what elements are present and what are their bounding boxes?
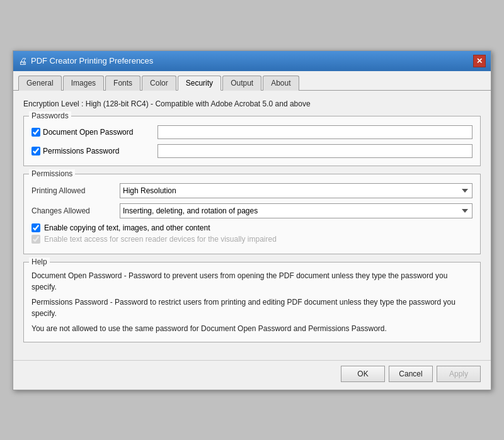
- help-text: Document Open Password - Password to pre…: [32, 270, 472, 334]
- tab-fonts[interactable]: Fonts: [105, 76, 140, 91]
- document-password-checkbox[interactable]: [32, 128, 40, 137]
- changes-allowed-row: Changes Allowed Not Allowed Inserting, d…: [32, 203, 472, 218]
- encryption-level-text: Encryption Level : High (128-bit RC4) - …: [23, 99, 481, 108]
- permissions-password-checkbox-label[interactable]: Permissions Password: [32, 147, 151, 155]
- title-bar: 🖨 PDF Creator Printing Preferences ✕: [13, 51, 491, 71]
- help-group-title: Help: [29, 257, 50, 266]
- document-password-checkbox-label[interactable]: Document Open Password: [32, 128, 151, 137]
- changes-allowed-select[interactable]: Not Allowed Inserting, deleting, and rot…: [120, 203, 472, 218]
- help-group: Help Document Open Password - Password t…: [23, 262, 481, 342]
- help-line-1: Permissions Password - Password to restr…: [32, 296, 472, 319]
- tab-security[interactable]: Security: [178, 76, 221, 91]
- permissions-group-title: Permissions: [29, 169, 75, 178]
- tab-output[interactable]: Output: [222, 76, 261, 91]
- cancel-button[interactable]: Cancel: [389, 366, 433, 382]
- printing-allowed-label: Printing Allowed: [32, 186, 113, 195]
- title-bar-buttons: ✕: [473, 55, 486, 67]
- screen-reader-checkbox: [32, 235, 40, 244]
- passwords-group: Passwords Document Open Password Permiss…: [23, 116, 481, 166]
- copy-content-checkbox-label[interactable]: Enable copying of text, images, and othe…: [32, 223, 472, 232]
- tab-content: Encryption Level : High (128-bit RC4) - …: [13, 91, 491, 360]
- copy-content-checkbox[interactable]: [32, 223, 40, 232]
- changes-allowed-label: Changes Allowed: [32, 206, 113, 215]
- permissions-password-row: Permissions Password: [32, 144, 472, 158]
- apply-button[interactable]: Apply: [437, 366, 481, 382]
- copy-content-label: Enable copying of text, images, and othe…: [44, 223, 210, 232]
- button-bar: OK Cancel Apply: [13, 360, 491, 390]
- permissions-password-label: Permissions Password: [43, 147, 119, 155]
- screen-reader-checkbox-label: Enable text access for screen reader dev…: [32, 235, 472, 244]
- tab-general[interactable]: General: [18, 76, 62, 91]
- close-button[interactable]: ✕: [473, 55, 486, 67]
- printing-allowed-select[interactable]: Not Allowed Low Resolution High Resoluti…: [120, 183, 472, 198]
- ok-button[interactable]: OK: [341, 366, 385, 382]
- permissions-group: Permissions Printing Allowed Not Allowed…: [23, 174, 481, 254]
- help-line-0: Document Open Password - Password to pre…: [32, 270, 472, 293]
- tab-about[interactable]: About: [263, 76, 299, 91]
- printer-icon: 🖨: [18, 56, 27, 66]
- permissions-password-input[interactable]: [158, 144, 472, 158]
- document-password-row: Document Open Password: [32, 125, 472, 139]
- window-title: PDF Creator Printing Preferences: [31, 56, 153, 65]
- tab-images[interactable]: Images: [63, 76, 104, 91]
- screen-reader-label: Enable text access for screen reader dev…: [44, 235, 277, 244]
- help-line-2: You are not allowed to use the same pass…: [32, 323, 472, 334]
- printing-allowed-row: Printing Allowed Not Allowed Low Resolut…: [32, 183, 472, 198]
- document-password-input[interactable]: [158, 125, 472, 139]
- passwords-group-title: Passwords: [29, 111, 71, 120]
- permissions-password-checkbox[interactable]: [32, 147, 40, 155]
- main-window: 🖨 PDF Creator Printing Preferences ✕ Gen…: [13, 50, 491, 390]
- document-password-label: Document Open Password: [43, 128, 133, 137]
- tab-bar: General Images Fonts Color Security Outp…: [13, 71, 491, 91]
- tab-color[interactable]: Color: [142, 76, 176, 91]
